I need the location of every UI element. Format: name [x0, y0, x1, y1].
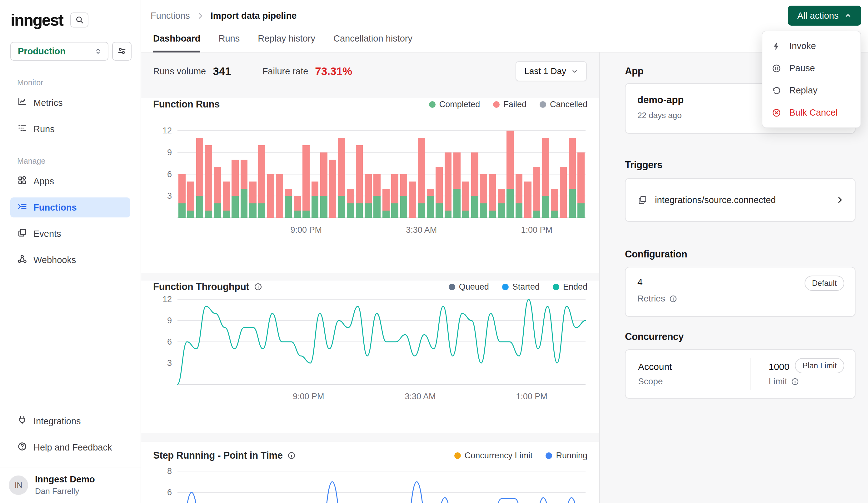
sidebar-item-functions[interactable]: Functions	[10, 197, 130, 217]
tabs: Dashboard Runs Replay history Cancellati…	[153, 33, 412, 52]
sidebar-item-runs[interactable]: Runs	[10, 119, 130, 139]
tab-runs[interactable]: Runs	[218, 33, 240, 52]
charts-column: Runs volume 341 Failure rate 73.31% Last…	[141, 52, 599, 503]
legend-label: Cancelled	[550, 100, 587, 109]
legend-label: Running	[556, 451, 587, 461]
legend-label: Failed	[503, 100, 527, 109]
function-throughput-title: Function Throughput	[153, 281, 249, 292]
environment-settings-button[interactable]	[112, 42, 132, 61]
chevron-down-icon	[571, 68, 578, 75]
info-icon[interactable]	[287, 451, 296, 460]
replay-icon	[772, 86, 781, 95]
svg-text:3:30 AM: 3:30 AM	[406, 225, 437, 235]
function-runs-card: Function Runs Completed Failed Cancelled…	[141, 98, 599, 273]
sidebar-item-events[interactable]: Events	[10, 224, 130, 244]
svg-text:6: 6	[167, 337, 172, 347]
nav-section-monitor: Monitor	[17, 78, 130, 87]
all-actions-label: All actions	[797, 11, 839, 21]
svg-text:6: 6	[167, 488, 172, 497]
scope-label: Scope	[638, 377, 663, 387]
function-runs-chart: 369129:00 PM3:30 AM1:00 PM	[153, 124, 587, 240]
trigger-event-name: integrations/source.connected	[655, 195, 836, 205]
info-icon[interactable]	[791, 377, 799, 386]
svg-text:1:00 PM: 1:00 PM	[516, 392, 547, 401]
tab-replay-history[interactable]: Replay history	[258, 33, 315, 52]
user-name: Dan Farrelly	[35, 486, 95, 496]
chevron-right-icon	[196, 12, 204, 20]
breadcrumb-current: Import data pipeline	[210, 11, 297, 21]
functions-icon	[17, 202, 27, 214]
menu-item-bulk-cancel[interactable]: Bulk Cancel	[762, 102, 860, 124]
concurrency-card: Account Scope 1000 Limit	[625, 349, 856, 399]
retries-card: 4 Retries Default	[625, 267, 856, 317]
svg-text:8: 8	[167, 466, 172, 476]
inngest-logo: inngest	[11, 11, 63, 29]
apps-icon	[17, 175, 27, 187]
menu-item-replay[interactable]: Replay	[762, 79, 860, 102]
tab-cancellation-history[interactable]: Cancellation history	[333, 33, 412, 52]
all-actions-menu: Invoke Pause Replay Bulk Cancel	[762, 31, 861, 128]
legend-label: Queued	[459, 282, 489, 292]
svg-text:9:00 PM: 9:00 PM	[290, 225, 322, 235]
completed-dot	[429, 101, 436, 108]
sidebar-item-integrations[interactable]: Integrations	[10, 411, 130, 431]
svg-text:9: 9	[167, 316, 172, 325]
breadcrumb-functions[interactable]: Functions	[151, 11, 190, 21]
sidebar-item-help[interactable]: Help and Feedback	[10, 438, 130, 458]
function-runs-title: Function Runs	[153, 99, 220, 110]
webhooks-icon	[17, 254, 27, 266]
environment-selector[interactable]: Production	[10, 42, 108, 61]
menu-item-pause[interactable]: Pause	[762, 57, 860, 79]
legend-label: Ended	[563, 282, 587, 292]
sidebar-item-label: Functions	[33, 203, 77, 213]
failure-rate-label: Failure rate	[262, 66, 308, 76]
started-dot	[502, 284, 509, 290]
all-actions-button[interactable]: All actions	[788, 6, 861, 25]
sidebar-item-label: Runs	[33, 124, 55, 134]
sidebar-item-metrics[interactable]: Metrics	[10, 93, 130, 113]
tab-dashboard[interactable]: Dashboard	[153, 33, 200, 52]
chevron-right-icon	[836, 196, 844, 204]
step-running-legend: Concurrency Limit Running	[454, 451, 587, 461]
search-button[interactable]	[70, 12, 89, 28]
cancel-icon	[772, 108, 781, 117]
sidebar-item-webhooks[interactable]: Webhooks	[10, 250, 130, 270]
function-throughput-chart: 369129:00 PM3:30 AM1:00 PM	[153, 293, 587, 402]
svg-text:6: 6	[167, 170, 172, 179]
legend-label: Concurrency Limit	[465, 451, 533, 461]
time-range-selector[interactable]: Last 1 Day	[516, 61, 587, 81]
events-icon	[17, 228, 27, 240]
sidebar-item-label: Webhooks	[33, 255, 76, 265]
menu-item-label: Pause	[789, 63, 815, 73]
concurrency-heading: Concurrency	[625, 331, 856, 342]
plug-icon	[17, 415, 27, 428]
user-account[interactable]: IN Inngest Demo Dan Farrelly	[0, 467, 141, 503]
sidebar-item-label: Help and Feedback	[33, 442, 112, 453]
limit-label: Limit	[769, 377, 787, 387]
menu-item-invoke[interactable]: Invoke	[762, 35, 860, 57]
failure-rate-value: 73.31%	[315, 65, 352, 78]
info-icon[interactable]	[254, 283, 262, 291]
menu-item-label: Invoke	[789, 41, 816, 51]
sidebar: inngest Production Monitor	[0, 0, 141, 503]
pause-icon	[772, 64, 781, 73]
menu-item-label: Bulk Cancel	[789, 107, 838, 118]
queued-dot	[449, 284, 455, 290]
retries-label: Retries	[638, 294, 665, 304]
sidebar-item-apps[interactable]: Apps	[10, 171, 130, 191]
scope-value: Account	[638, 361, 751, 372]
svg-text:1:00 PM: 1:00 PM	[521, 225, 553, 235]
function-throughput-card: Function Throughput Queued Started Ended…	[141, 280, 599, 433]
cancelled-dot	[540, 101, 546, 108]
step-running-title: Step Running - Point in Time	[153, 450, 283, 461]
function-runs-legend: Completed Failed Cancelled	[429, 100, 587, 109]
sidebar-item-label: Metrics	[33, 98, 62, 108]
stats-strip: Runs volume 341 Failure rate 73.31% Last…	[141, 52, 599, 90]
runs-volume-value: 341	[213, 65, 231, 78]
chevron-up-icon	[844, 12, 852, 19]
svg-text:9: 9	[167, 148, 172, 157]
trigger-card[interactable]: integrations/source.connected	[625, 178, 856, 222]
avatar: IN	[9, 475, 28, 495]
info-icon[interactable]	[669, 295, 678, 303]
svg-text:12: 12	[163, 295, 172, 304]
